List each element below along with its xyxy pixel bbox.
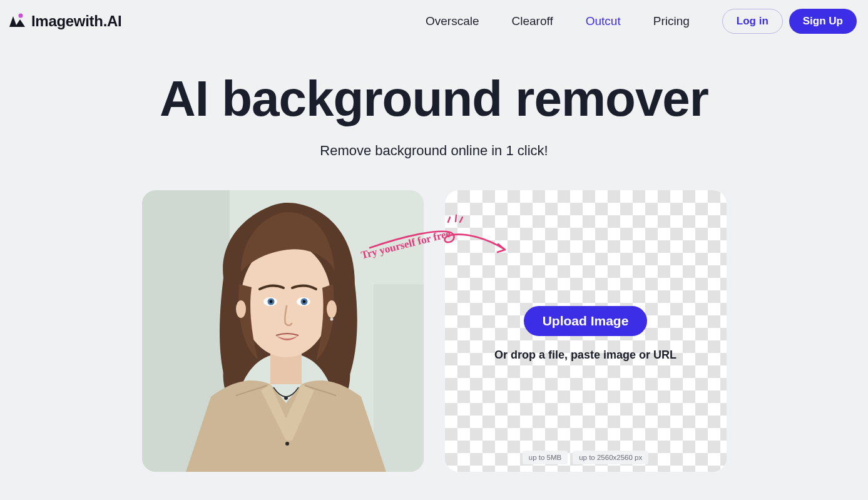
svg-point-19 (285, 442, 289, 446)
drop-hint: Or drop a file, paste image or URL (494, 349, 677, 362)
nav-link-clearoff[interactable]: Clearoff (512, 14, 553, 28)
upload-image-button[interactable]: Upload Image (524, 306, 648, 336)
logo-text: Imagewith.AI (31, 13, 121, 30)
nav-link-pricing[interactable]: Pricing (653, 14, 690, 28)
page-title: AI background remover (0, 73, 868, 125)
logo[interactable]: Imagewith.AI (8, 13, 121, 30)
portrait-illustration (142, 190, 424, 472)
hero: AI background remover Remove background … (0, 73, 868, 159)
login-button[interactable]: Log in (722, 9, 783, 34)
limit-dimensions: up to 2560x2560 px (573, 451, 648, 464)
nav-link-outcut[interactable]: Outcut (586, 14, 621, 28)
svg-point-18 (284, 396, 288, 400)
svg-point-15 (236, 300, 246, 318)
limit-filesize: up to 5MB (523, 451, 568, 464)
upload-limits: up to 5MB up to 2560x2560 px (523, 451, 648, 464)
demo-panels: Try yourself for free (0, 190, 868, 472)
nav-right: Overscale Clearoff Outcut Pricing Log in… (426, 9, 857, 34)
upload-panel[interactable]: Upload Image Or drop a file, paste image… (445, 190, 727, 472)
svg-point-0 (19, 14, 23, 18)
svg-rect-6 (374, 284, 424, 472)
nav-link-overscale[interactable]: Overscale (426, 14, 479, 28)
sample-image-panel (142, 190, 424, 472)
svg-point-16 (327, 300, 337, 318)
header: Imagewith.AI Overscale Clearoff Outcut P… (0, 0, 868, 43)
svg-point-17 (330, 318, 333, 321)
page-subtitle: Remove background online in 1 click! (0, 143, 868, 159)
auth-buttons: Log in Sign Up (722, 9, 857, 34)
svg-point-13 (269, 300, 272, 304)
logo-icon (8, 13, 26, 29)
svg-point-14 (302, 300, 305, 304)
nav-links: Overscale Clearoff Outcut Pricing (426, 14, 690, 28)
signup-button[interactable]: Sign Up (789, 9, 857, 34)
